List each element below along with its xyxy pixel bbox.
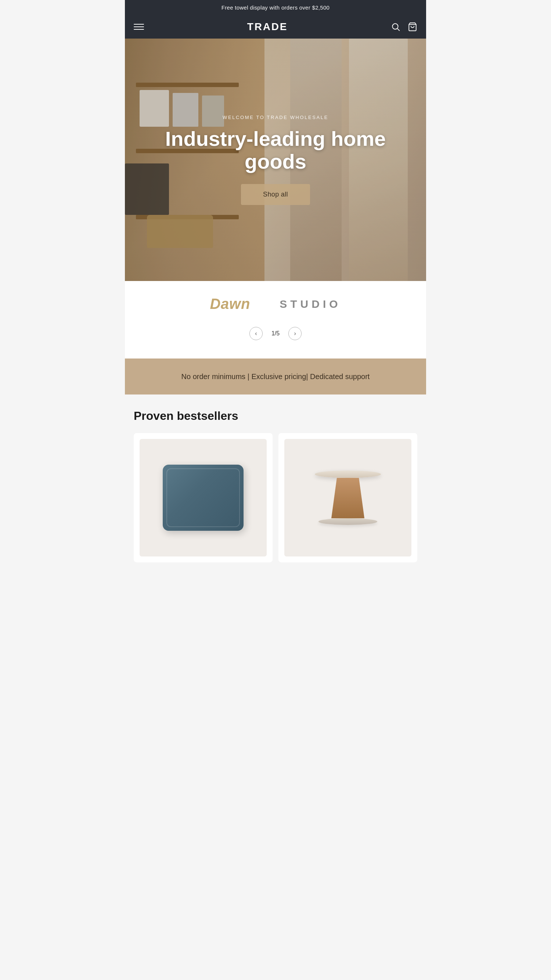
- brand-studio-logo[interactable]: STUDIO: [280, 298, 341, 310]
- cart-button[interactable]: [408, 22, 417, 32]
- product-card-pillow[interactable]: [134, 433, 272, 562]
- product-image-pillow: [140, 439, 267, 557]
- brands-section: Dawn STUDIO ‹ 1/5 ›: [125, 281, 426, 358]
- table-pedestal: [330, 478, 366, 518]
- table-visual: [315, 471, 381, 525]
- product-card-table[interactable]: [279, 433, 417, 562]
- brand-dawn-logo[interactable]: Dawn: [210, 296, 250, 312]
- pagination-prev-button[interactable]: ‹: [249, 327, 263, 340]
- svg-point-0: [392, 24, 398, 29]
- announcement-text: Free towel display with orders over $2,5…: [221, 5, 330, 11]
- table-top: [315, 471, 381, 478]
- product-image-table: [284, 439, 411, 557]
- site-logo[interactable]: TRADE: [247, 21, 288, 33]
- brands-row: Dawn STUDIO: [136, 296, 415, 312]
- hero-eyebrow: WELCOME TO TRADE WHOLESALE: [223, 115, 328, 120]
- svg-line-1: [397, 29, 400, 31]
- features-text: No order minimums | Exclusive pricing| D…: [132, 370, 419, 383]
- hero-content: WELCOME TO TRADE WHOLESALE Industry-lead…: [125, 38, 426, 281]
- announcement-bar: Free towel display with orders over $2,5…: [125, 0, 426, 15]
- features-banner: No order minimums | Exclusive pricing| D…: [125, 358, 426, 395]
- table-base: [318, 518, 377, 525]
- header: TRADE: [125, 15, 426, 38]
- cart-icon: [408, 22, 417, 32]
- pillow-visual: [163, 465, 244, 531]
- header-icons: [391, 22, 417, 32]
- hero-title: Industry-leading home goods: [151, 127, 400, 173]
- search-icon: [391, 22, 400, 32]
- bestsellers-title: Proven bestsellers: [134, 409, 417, 423]
- pagination-next-button[interactable]: ›: [288, 327, 302, 340]
- bestsellers-section: Proven bestsellers: [125, 395, 426, 570]
- hero-cta-button[interactable]: Shop all: [241, 184, 310, 205]
- search-button[interactable]: [391, 22, 400, 32]
- brands-pagination: ‹ 1/5 ›: [249, 323, 302, 351]
- products-grid: [134, 433, 417, 562]
- pagination-indicator: 1/5: [271, 330, 280, 337]
- hero-section: WELCOME TO TRADE WHOLESALE Industry-lead…: [125, 38, 426, 281]
- menu-button[interactable]: [134, 24, 144, 30]
